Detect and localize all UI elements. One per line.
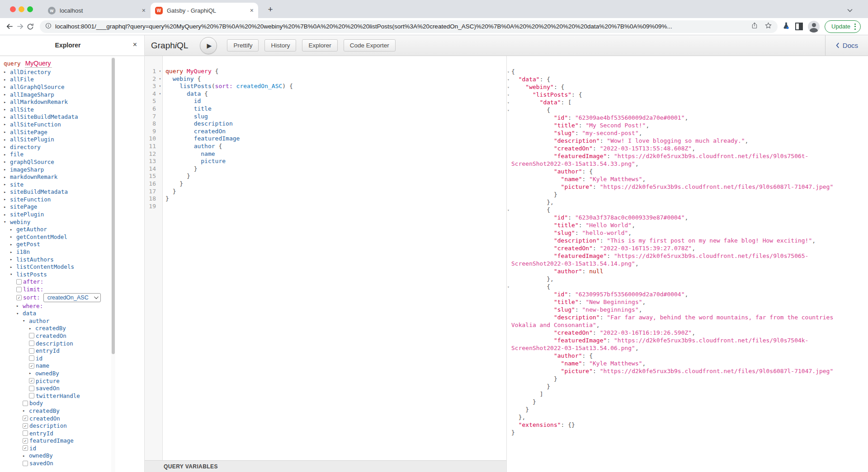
expand-icon[interactable]: ▸: [10, 227, 16, 232]
explorer-field-imageSharp[interactable]: ▸imageSharp: [4, 166, 144, 173]
forward-button[interactable]: [15, 22, 25, 32]
explorer-field-allFile[interactable]: ▸allFile: [4, 76, 144, 84]
explorer-field-allSite[interactable]: ▸allSite: [4, 106, 144, 113]
expand-icon[interactable]: ▸: [4, 137, 10, 142]
explorer-field-savedOn[interactable]: savedOn: [4, 384, 144, 392]
fold-icon[interactable]: ▾: [157, 75, 163, 83]
browser-menu-icon[interactable]: [854, 23, 856, 30]
prettify-button[interactable]: Prettify: [227, 39, 259, 51]
fold-icon[interactable]: ▾: [157, 68, 163, 75]
fold-icon[interactable]: ▾: [507, 84, 509, 91]
explorer-field-allSitePlugin[interactable]: ▸allSitePlugin: [4, 136, 144, 143]
fold-icon[interactable]: ▾: [507, 91, 509, 99]
explorer-field-description[interactable]: ✓description: [4, 422, 144, 430]
explorer-field-entryId[interactable]: entryId: [4, 430, 144, 437]
fold-icon[interactable]: ▾: [507, 76, 509, 84]
code-exporter-button[interactable]: Code Exporter: [344, 39, 396, 51]
zoom-window-button[interactable]: [27, 6, 33, 12]
explorer-field-body[interactable]: body: [4, 400, 144, 407]
sort-select[interactable]: createdOn_ASC: [43, 293, 101, 302]
update-button[interactable]: Update: [825, 20, 861, 33]
history-button[interactable]: History: [264, 39, 296, 51]
expand-icon[interactable]: ▸: [16, 304, 23, 308]
address-bar[interactable]: localhost:8001/___graphql?query=query%20…: [40, 20, 778, 33]
expand-icon[interactable]: ▸: [4, 205, 10, 209]
explorer-field-allSiteFunction[interactable]: ▸allSiteFunction: [4, 121, 144, 128]
fold-icon[interactable]: ▾: [157, 90, 163, 98]
field-checkbox[interactable]: [29, 393, 34, 398]
url-text[interactable]: localhost:8001/___graphql?query=query%20…: [55, 23, 672, 30]
close-tab-icon[interactable]: ×: [250, 7, 254, 14]
expand-icon[interactable]: ▸: [4, 122, 10, 126]
explorer-field-after[interactable]: after:: [4, 278, 144, 286]
explorer-field-sitePage[interactable]: ▸sitePage: [4, 203, 144, 211]
explorer-field-file[interactable]: ▸file: [4, 151, 144, 159]
explorer-field-twitterHandle[interactable]: twitterHandle: [4, 392, 144, 400]
expand-icon[interactable]: ▸: [10, 250, 16, 254]
expand-icon[interactable]: ▸: [29, 371, 35, 375]
explorer-field-site[interactable]: ▸site: [4, 181, 144, 188]
query-editor[interactable]: 1▾query MyQuery {2▾ webiny {3▾ listPosts…: [145, 56, 506, 460]
collapse-icon[interactable]: ▾: [4, 220, 10, 224]
tab-search-chevron-icon[interactable]: [847, 6, 853, 14]
expand-icon[interactable]: ▸: [4, 190, 10, 194]
field-checkbox-checked[interactable]: ✓: [23, 423, 28, 429]
collapse-icon[interactable]: ▾: [16, 311, 23, 316]
field-checkbox-checked[interactable]: ✓: [29, 363, 34, 369]
close-window-button[interactable]: [10, 6, 16, 12]
explorer-field-markdownRemark[interactable]: ▸markdownRemark: [4, 173, 144, 181]
explorer-field-directory[interactable]: ▸directory: [4, 143, 144, 151]
explorer-field-listAuthors[interactable]: ▸listAuthors: [4, 256, 144, 263]
field-checkbox-checked[interactable]: ✓: [23, 416, 28, 421]
explorer-field-name[interactable]: ✓name: [4, 362, 144, 370]
collapse-icon[interactable]: ▾: [23, 318, 29, 323]
explorer-field-getContentModel[interactable]: ▸getContentModel: [4, 233, 144, 241]
field-checkbox[interactable]: [29, 386, 34, 391]
query-name-input[interactable]: MyQuery: [25, 60, 52, 68]
explorer-field-sort[interactable]: ✓sort:createdOn_ASC: [4, 293, 144, 302]
explorer-field-allSiteBuildMetadata[interactable]: ▸allSiteBuildMetadata: [4, 113, 144, 121]
explorer-field-allDirectory[interactable]: ▸allDirectory: [4, 68, 144, 76]
expand-icon[interactable]: ▸: [4, 182, 10, 187]
explorer-scrollbar-thumb[interactable]: [112, 58, 115, 354]
explorer-field-createdOn[interactable]: ✓createdOn: [4, 415, 144, 422]
minimize-window-button[interactable]: [19, 6, 24, 12]
explorer-button[interactable]: Explorer: [302, 39, 337, 51]
close-tab-icon[interactable]: ×: [142, 7, 146, 14]
expand-icon[interactable]: ▸: [4, 152, 10, 157]
explorer-field-sitePlugin[interactable]: ▸sitePlugin: [4, 210, 144, 218]
expand-icon[interactable]: ▸: [4, 212, 10, 217]
field-checkbox-checked[interactable]: ✓: [23, 438, 28, 444]
query-variables-bar[interactable]: QUERY VARIABLES: [145, 460, 506, 472]
explorer-field-picture[interactable]: ✓picture: [4, 377, 144, 385]
explorer-field-ownedBy[interactable]: ▸ownedBy: [4, 369, 144, 377]
collapse-icon[interactable]: ▾: [10, 272, 16, 276]
expand-icon[interactable]: ▸: [4, 159, 10, 164]
expand-icon[interactable]: ▸: [4, 77, 10, 82]
close-explorer-icon[interactable]: ×: [133, 41, 137, 49]
explorer-field-allMarkdownRemark[interactable]: ▸allMarkdownRemark: [4, 98, 144, 106]
fold-icon[interactable]: ▾: [507, 68, 509, 76]
site-info-icon[interactable]: [45, 23, 52, 31]
expand-icon[interactable]: ▸: [4, 84, 10, 89]
explorer-field-id[interactable]: ✓id: [4, 444, 144, 452]
field-checkbox-checked[interactable]: ✓: [16, 295, 22, 300]
expand-icon[interactable]: ▸: [4, 100, 10, 104]
explorer-field-createdOn[interactable]: createdOn: [4, 332, 144, 340]
explorer-field-data[interactable]: ▾data: [4, 309, 144, 317]
explorer-field-i18n[interactable]: ▸i18n: [4, 248, 144, 256]
share-icon[interactable]: [751, 22, 758, 31]
field-checkbox[interactable]: [23, 461, 28, 466]
fold-icon[interactable]: ▾: [507, 206, 509, 214]
explorer-field-allSitePage[interactable]: ▸allSitePage: [4, 128, 144, 136]
explorer-field-entryId[interactable]: entryId: [4, 347, 144, 355]
bookmark-star-icon[interactable]: [764, 22, 772, 31]
docs-button[interactable]: Docs: [825, 35, 868, 56]
field-checkbox[interactable]: [29, 333, 34, 338]
field-checkbox-checked[interactable]: ✓: [29, 378, 34, 383]
query-name-row[interactable]: query MyQuery: [4, 60, 144, 68]
expand-icon[interactable]: ▸: [23, 453, 29, 458]
sidebar-toggle-icon[interactable]: [795, 23, 803, 30]
explorer-field-getPost[interactable]: ▸getPost: [4, 241, 144, 248]
new-tab-button[interactable]: +: [265, 4, 276, 15]
